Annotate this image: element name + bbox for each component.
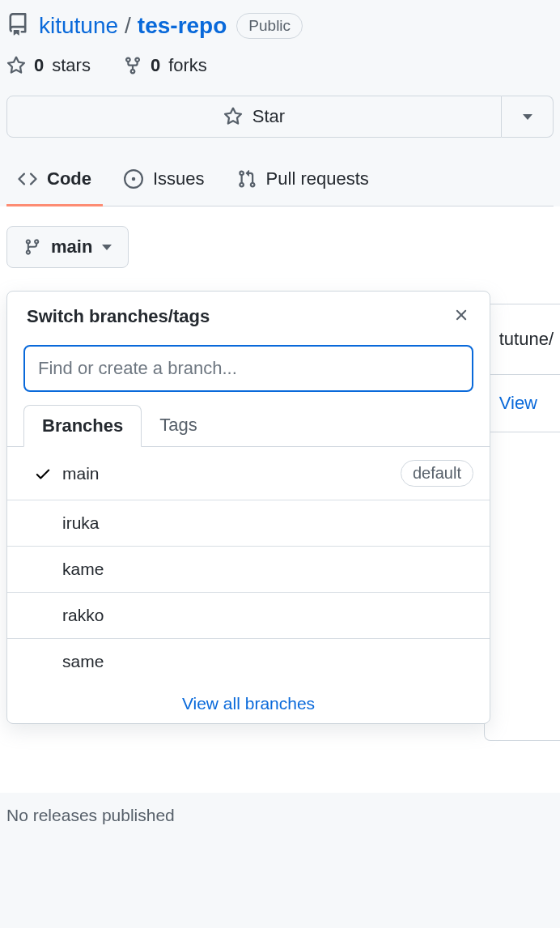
partial-text: tutune/ — [485, 304, 560, 375]
star-icon — [223, 107, 243, 126]
popover-title: Switch branches/tags — [27, 306, 210, 327]
visibility-badge: Public — [236, 13, 303, 39]
forks-label: forks — [168, 55, 207, 76]
branch-item[interactable]: kame — [7, 547, 490, 593]
popover-tab-tags[interactable]: Tags — [142, 405, 214, 446]
popover-tab-branches[interactable]: Branches — [23, 405, 142, 447]
star-button-label: Star — [252, 106, 285, 127]
branch-item[interactable]: rakko — [7, 593, 490, 639]
repo-link[interactable]: tes-repo — [138, 13, 227, 39]
code-icon — [18, 169, 37, 189]
stats-row: 0 stars 0 forks — [6, 55, 554, 76]
close-icon — [452, 306, 470, 324]
fork-icon — [123, 56, 142, 75]
branch-item[interactable]: same — [7, 639, 490, 684]
forks-count: 0 — [151, 55, 160, 76]
view-all-branches-link[interactable]: View all branches — [7, 684, 490, 723]
branch-name: iruka — [62, 513, 473, 533]
tab-label: Pull requests — [266, 168, 369, 189]
tab-code[interactable]: Code — [6, 157, 103, 206]
issues-icon — [124, 169, 143, 189]
branch-item[interactable]: iruka — [7, 500, 490, 547]
branch-name: same — [62, 652, 473, 671]
breadcrumb: kitutune / tes-repo — [39, 13, 227, 39]
check-slot — [23, 465, 62, 483]
repo-tabs: Code Issues Pull requests — [6, 157, 554, 206]
star-icon — [6, 56, 26, 75]
stars-stat[interactable]: 0 stars — [6, 55, 91, 76]
branch-item[interactable]: maindefault — [7, 447, 490, 500]
pull-request-icon — [237, 169, 257, 189]
check-icon — [34, 465, 52, 483]
tab-label: Issues — [153, 168, 205, 189]
releases-text: No releases published — [0, 793, 560, 838]
branch-icon — [23, 238, 41, 256]
branch-search-input[interactable] — [23, 345, 473, 392]
branch-select-button[interactable]: main — [6, 226, 129, 268]
star-button[interactable]: Star — [6, 96, 502, 138]
current-branch-label: main — [51, 236, 92, 258]
branch-name: kame — [62, 560, 473, 579]
branch-name: main — [62, 464, 401, 483]
partial-link[interactable]: View — [485, 375, 560, 432]
repo-icon — [6, 13, 29, 39]
owner-link[interactable]: kitutune — [39, 13, 118, 39]
breadcrumb-separator: / — [125, 13, 131, 39]
star-dropdown-button[interactable] — [502, 96, 554, 138]
repo-title-row: kitutune / tes-repo Public — [6, 13, 554, 39]
caret-down-icon — [523, 114, 532, 120]
caret-down-icon — [102, 245, 112, 250]
tab-pull-requests[interactable]: Pull requests — [226, 157, 380, 206]
branch-switcher-popover: Switch branches/tags Branches Tags maind… — [6, 291, 490, 724]
stars-count: 0 — [34, 55, 44, 76]
tab-issues[interactable]: Issues — [112, 157, 216, 206]
default-badge: default — [401, 460, 473, 487]
branch-list: maindefaultirukakamerakkosame — [7, 446, 490, 684]
tab-label: Code — [47, 168, 91, 189]
partial-content-behind: tutune/ View — [484, 304, 560, 741]
branch-name: rakko — [62, 606, 473, 625]
close-button[interactable] — [449, 303, 473, 330]
stars-label: stars — [52, 55, 91, 76]
forks-stat[interactable]: 0 forks — [123, 55, 207, 76]
